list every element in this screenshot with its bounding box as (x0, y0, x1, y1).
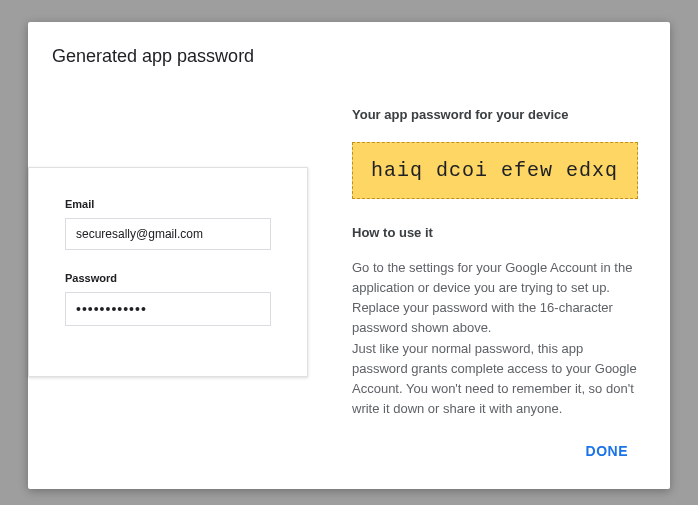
password-heading: Your app password for your device (352, 107, 638, 122)
app-password-dialog: Generated app password Email Password Yo… (28, 22, 670, 489)
dialog-actions: DONE (574, 435, 640, 467)
done-button[interactable]: DONE (574, 435, 640, 467)
howto-heading: How to use it (352, 225, 638, 240)
email-label: Email (65, 198, 271, 210)
password-field[interactable] (65, 292, 271, 326)
dialog-title: Generated app password (52, 46, 646, 67)
generated-password-box: haiq dcoi efew edxq (352, 142, 638, 199)
howto-text-1: Go to the settings for your Google Accou… (352, 258, 638, 339)
dialog-content: Email Password Your app password for you… (52, 107, 646, 419)
instructions-panel: Your app password for your device haiq d… (352, 107, 646, 419)
login-form-preview: Email Password (28, 167, 308, 377)
howto-text-2: Just like your normal password, this app… (352, 339, 638, 420)
device-preview-panel: Email Password (52, 107, 312, 419)
email-field[interactable] (65, 218, 271, 250)
password-label: Password (65, 272, 271, 284)
